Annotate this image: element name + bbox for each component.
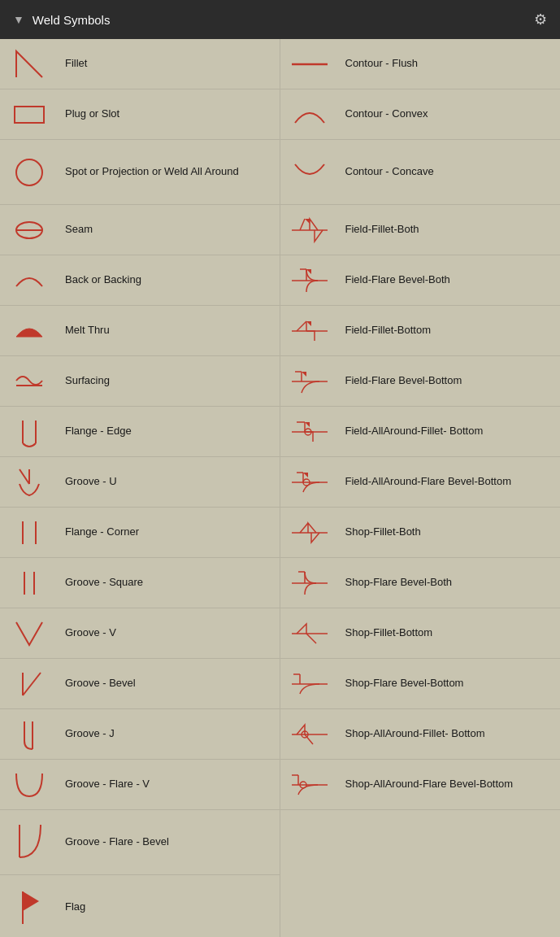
list-item: Flange - Corner [0, 508, 280, 558]
spot-icon [0, 155, 59, 190]
contour-concave-label: Contour - Concave [339, 162, 561, 182]
melt-thru-label: Melt Thru [59, 320, 280, 341]
main-content: Fillet Plug or Slot Spot or Projection o… [0, 39, 560, 937]
flange-corner-icon [0, 515, 59, 551]
list-item: Contour - Convex [280, 89, 561, 140]
back-icon [0, 268, 59, 293]
flag-label: Flag [59, 897, 280, 917]
groove-square-icon [0, 565, 59, 601]
gear-icon[interactable]: ⚙ [534, 11, 547, 28]
groove-v-label: Groove - V [59, 623, 280, 643]
shop-flare-bevel-both-icon [280, 569, 339, 598]
list-item: Field-Fillet-Bottom [280, 306, 561, 356]
list-item: Field-AllAround-Fillet- Bottom [280, 407, 561, 457]
groove-j-label: Groove - J [59, 724, 280, 744]
list-item: Field-Fillet-Both [280, 205, 561, 255]
shop-flare-bevel-both-label: Shop-Flare Bevel-Both [339, 573, 561, 593]
list-item: Seam [0, 205, 280, 255]
contour-convex-label: Contour - Convex [339, 104, 561, 124]
field-flare-bevel-both-icon [280, 266, 339, 295]
svg-line-14 [23, 673, 41, 695]
svg-marker-19 [23, 891, 39, 911]
flag-icon [0, 885, 59, 930]
chevron-down-icon[interactable]: ▼ [13, 13, 24, 26]
list-item: Spot or Projection or Weld All Around [0, 140, 280, 205]
page-title: Weld Symbols [33, 13, 111, 27]
surfacing-label: Surfacing [59, 371, 280, 391]
shop-flare-bevel-bottom-label: Shop-Flare Bevel-Bottom [339, 673, 561, 694]
field-flare-bevel-both-label: Field-Flare Bevel-Both [339, 270, 561, 290]
groove-u-label: Groove - U [59, 472, 280, 492]
svg-point-1 [16, 159, 42, 185]
shop-allaround-fillet-bottom-icon [280, 720, 339, 749]
groove-j-icon [0, 717, 59, 752]
shop-flare-bevel-bottom-icon [280, 669, 339, 699]
list-item: Groove - V [0, 608, 280, 659]
svg-marker-28 [306, 321, 311, 326]
spot-label: Spot or Projection or Weld All Around [59, 162, 280, 182]
svg-rect-0 [15, 107, 44, 123]
header-left: ▼ Weld Symbols [13, 13, 110, 27]
melt-thru-icon [0, 319, 59, 343]
groove-flare-v-icon [0, 767, 59, 803]
list-item: Shop-Fillet-Both [280, 508, 561, 558]
list-item: Groove - Square [0, 558, 280, 608]
list-item: Groove - U [0, 457, 280, 508]
field-allaround-fillet-bottom-icon [280, 417, 339, 447]
groove-bevel-label: Groove - Bevel [59, 673, 280, 694]
groove-u-icon [0, 464, 59, 500]
list-item: Shop-AllAround-Fillet- Bottom [280, 709, 561, 760]
list-item: Flange - Edge [0, 407, 280, 457]
groove-v-icon [0, 616, 59, 652]
field-allaround-flare-bevel-bottom-icon [280, 468, 339, 497]
flange-edge-label: Flange - Edge [59, 421, 280, 442]
contour-convex-icon [280, 100, 339, 129]
list-item: Back or Backing [0, 255, 280, 306]
svg-line-8 [20, 469, 29, 484]
list-item: Shop-Fillet-Bottom [280, 608, 561, 659]
right-column: Contour - Flush Contour - Convex Contour… [280, 39, 561, 937]
field-flare-bevel-bottom-label: Field-Flare Bevel-Bottom [339, 371, 561, 391]
list-item: Contour - Flush [280, 39, 561, 89]
contour-flush-label: Contour - Flush [339, 54, 561, 74]
svg-marker-22 [305, 219, 310, 224]
list-item: Flag [0, 875, 280, 937]
list-item: Melt Thru [0, 306, 280, 356]
flange-corner-label: Flange - Corner [59, 522, 280, 543]
list-item: Field-Flare Bevel-Both [280, 255, 561, 306]
list-item: Field-Flare Bevel-Bottom [280, 356, 561, 407]
groove-flare-bevel-label: Groove - Flare - Bevel [59, 832, 280, 852]
flange-edge-icon [0, 414, 59, 450]
field-fillet-both-icon [280, 216, 339, 245]
groove-flare-v-label: Groove - Flare - V [59, 774, 280, 795]
list-item: Contour - Concave [280, 140, 561, 205]
list-item: Groove - Flare - Bevel [0, 810, 280, 875]
shop-fillet-both-icon [280, 518, 339, 547]
list-item: Surfacing [0, 356, 280, 407]
fillet-icon [0, 46, 59, 82]
fillet-label: Fillet [59, 54, 280, 74]
field-fillet-both-label: Field-Fillet-Both [339, 220, 561, 240]
shop-fillet-both-label: Shop-Fillet-Both [339, 522, 561, 543]
list-item: Shop-Flare Bevel-Bottom [280, 659, 561, 709]
svg-marker-41 [303, 473, 308, 477]
field-allaround-flare-bevel-bottom-label: Field-AllAround-Flare Bevel-Bottom [339, 472, 561, 492]
groove-bevel-icon [0, 666, 59, 702]
contour-flush-icon [280, 56, 339, 72]
shop-fillet-bottom-label: Shop-Fillet-Bottom [339, 623, 561, 643]
surfacing-icon [0, 369, 59, 394]
seam-icon [0, 219, 59, 242]
shop-fillet-bottom-icon [280, 619, 339, 648]
list-item: Field-AllAround-Flare Bevel-Bottom [280, 457, 561, 508]
plug-slot-label: Plug or Slot [59, 104, 280, 124]
left-column: Fillet Plug or Slot Spot or Projection o… [0, 39, 280, 937]
list-item: Groove - Bevel [0, 659, 280, 709]
list-item: Groove - J [0, 709, 280, 760]
list-item: Fillet [0, 39, 280, 89]
list-item: Shop-Flare Bevel-Both [280, 558, 561, 608]
field-allaround-fillet-bottom-label: Field-AllAround-Fillet- Bottom [339, 421, 561, 442]
field-flare-bevel-bottom-icon [280, 367, 339, 396]
list-item: Shop-AllAround-Flare Bevel-Bottom [280, 760, 561, 810]
app-header: ▼ Weld Symbols ⚙ [0, 0, 560, 39]
list-item: Groove - Flare - V [0, 760, 280, 810]
